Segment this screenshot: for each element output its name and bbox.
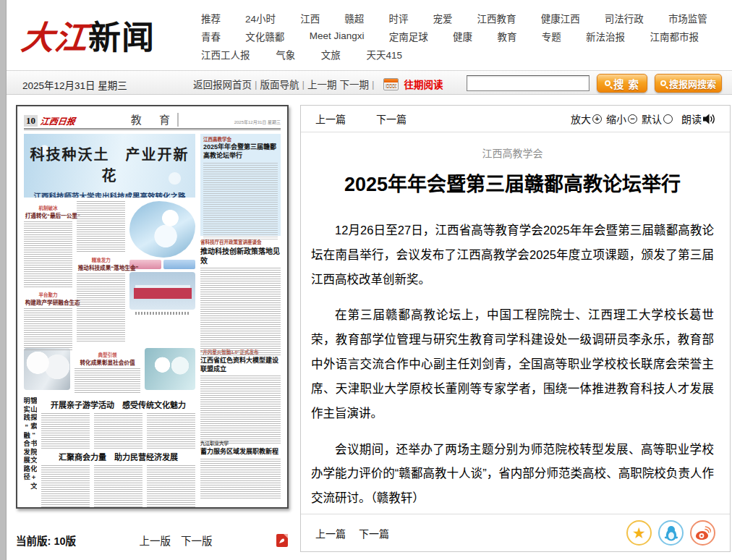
nav-item-wenhua-ganpo[interactable]: 文化赣鄱 (245, 29, 284, 43)
read-aloud-label: 朗读 (681, 111, 702, 126)
paper-date: 2025年12月31日 星期三 (234, 119, 281, 127)
paper-section-title: 教 育 (131, 114, 177, 126)
nav-item-chongai[interactable]: 宠爱 (433, 11, 453, 25)
zoom-in-button[interactable]: 放大 + (571, 111, 602, 126)
nav-item-qingchun[interactable]: 青春 (201, 29, 221, 43)
paper-lead-title: 科技种沃土 产业开新花 (24, 134, 195, 185)
site-search-button[interactable]: 搜报网搜索 (655, 74, 722, 93)
paper-date-text: 2025年12月31日 星期三 (234, 120, 281, 124)
nav-item-dingnan-football[interactable]: 定南足球 (389, 29, 428, 43)
nav-item-wenlv[interactable]: 文旅 (321, 47, 341, 61)
prev-article-link-bottom[interactable]: 上一篇 (315, 526, 346, 540)
back-home-link[interactable]: 返回报网首页 (193, 77, 252, 91)
sidebar-article[interactable]: 省科技厅召开政策宣讲座谈会 推动科技创新政策落地见效 (200, 239, 281, 346)
nav-item-24hours[interactable]: 24小时 (245, 11, 276, 25)
separator: | (372, 79, 375, 90)
weibo-share-icon[interactable] (690, 520, 715, 546)
site-logo[interactable]: 大江新闻 (22, 12, 155, 59)
search-input[interactable] (467, 75, 590, 91)
next-article-link-bottom[interactable]: 下一篇 (359, 526, 389, 540)
faux-text-block (200, 268, 281, 356)
next-page-link[interactable]: 下一版 (181, 533, 213, 548)
nav-item-market[interactable]: 市场监管 (668, 11, 707, 25)
archive-link[interactable]: 往期阅读 (404, 77, 443, 91)
nav-item-meet-jiangxi[interactable]: Meet Jiangxi (310, 30, 365, 41)
qzone-share-icon[interactable]: ★ (626, 520, 652, 546)
paper-lead-article[interactable]: 科技种沃土 产业开新花 江西科技师范大学走出科技成果高效转化之路 (24, 134, 195, 198)
nav-item-health[interactable]: 健康 (453, 29, 472, 43)
paper-subhead-2: 精准发力 推动科技成果“落地生金” (77, 256, 125, 271)
paper-header: 10 江西日报 教 育 2025年12月31日 星期三 (24, 112, 281, 130)
faux-text-block (94, 413, 142, 449)
nav-item-jiangxi[interactable]: 江西 (300, 11, 320, 25)
article-title: 2025年年会暨第三届赣鄱高教论坛举行 (311, 169, 714, 197)
sidebar-article-title: 蓄力服务区域发展职教新程 (200, 448, 281, 457)
top-navigation: 推荐 24小时 江西 赣超 时评 宠爱 江西教育 健康江西 司法行政 市场监管 … (201, 9, 707, 63)
next-issue-link[interactable]: 下一期 (340, 77, 370, 91)
nav-item-ganchao[interactable]: 赣超 (344, 11, 364, 25)
faux-text-block (200, 459, 281, 499)
pdf-icon-svg (276, 533, 289, 548)
lab-researcher-photo (129, 201, 195, 258)
page-pager: 当前版: 10版 上一版 下一版 (16, 533, 289, 548)
product-photos (129, 260, 195, 269)
separator: | (255, 79, 258, 90)
nav-item-shiping[interactable]: 时评 (388, 11, 408, 25)
zoom-in-label: 放大 (571, 111, 591, 126)
article-kicker: 江西高教学会 (311, 145, 714, 160)
search-button[interactable]: 搜 索 (597, 74, 647, 93)
prev-article-link-top[interactable]: 上一篇 (315, 111, 346, 126)
page-nav-link[interactable]: 版面导航 (260, 77, 299, 91)
subhead-title: 转化成果彰显社会价值 (76, 358, 138, 365)
share-icons: ★ (626, 520, 715, 546)
subhead-title: 打通转化“最后一公里” (25, 211, 72, 219)
paper-main-column: 科技种沃土 产业开新花 江西科技师范大学走出科技成果高效转化之路 机制破冰 打通… (24, 134, 195, 494)
paper-subhead-3: 平台聚力 构建政产学研融合生态 (24, 291, 72, 306)
bottom-article-headline-2: 汇聚商会力量 助力民营经济发展 (41, 451, 195, 462)
zoom-out-button[interactable]: 缩小 − (606, 111, 637, 126)
paper-text-column: 机制破冰 打通转化“最后一公里” 平台聚力 构建政产学研融合生态 (24, 201, 72, 344)
nav-item-weather[interactable]: 气象 (276, 47, 295, 61)
sidebar-article[interactable]: “井冈星火智脑1.0”正式发布 江西省红色资料大模型建设联盟成立 (200, 349, 281, 437)
prev-issue-link[interactable]: 上一期 (307, 77, 337, 91)
prev-page-link[interactable]: 上一版 (140, 533, 171, 548)
nav-item-jiangnan[interactable]: 江南都市报 (650, 29, 699, 43)
nav-row-1: 推荐 24小时 江西 赣超 时评 宠爱 江西教育 健康江西 司法行政 市场监管 (201, 9, 707, 27)
zoom-default-button[interactable]: 默认 (642, 111, 673, 126)
faux-text-block (75, 368, 140, 393)
nav-item-tuijian[interactable]: 推荐 (201, 11, 221, 25)
read-aloud-button[interactable]: 朗读 (681, 111, 715, 126)
nav-item-tiantian415[interactable]: 天天415 (366, 47, 402, 61)
nav-item-education[interactable]: 教育 (497, 29, 516, 43)
paper-section-tag (177, 113, 179, 127)
sidebar-article-title: 推动科技创新政策落地见效 (200, 247, 281, 266)
pdf-download-icon[interactable] (276, 533, 289, 548)
article-content: 江西高教学会 2025年年会暨第三届赣鄱高教论坛举行 12月26日至27日，江西… (301, 132, 730, 514)
next-article-link-top[interactable]: 下一篇 (376, 111, 407, 126)
penguin-icon (664, 525, 678, 541)
separator: | (302, 79, 305, 90)
nav-item-sifa[interactable]: 司法行政 (605, 11, 644, 25)
sidebar-article-title: 江西省红色资料大模型建设联盟成立 (200, 357, 281, 373)
faux-text-block (94, 465, 142, 507)
sidebar-article-current[interactable]: 江西高教学会 2025年年会暨第三届赣鄱高教论坛举行 (200, 134, 281, 236)
faux-text-block (24, 221, 72, 288)
paper-masthead: 江西日报 (40, 114, 76, 127)
subhead-kicker: 精准发力 (77, 256, 125, 263)
qq-share-icon[interactable] (658, 520, 684, 546)
nav-item-jiangxi-edu[interactable]: 江西教育 (477, 11, 516, 25)
nav-item-workers-daily[interactable]: 江西工人报 (201, 47, 250, 61)
red-banner (134, 288, 192, 300)
sidebar-article[interactable]: 九江职业大学 蓄力服务区域发展职教新程 (200, 441, 281, 494)
newspaper-page-thumbnail[interactable]: 10 江西日报 教 育 2025年12月31日 星期三 科技种沃土 产业开新花 … (16, 105, 289, 509)
paper-sidebar: 江西高教学会 2025年年会暨第三届赣鄱高教论坛举行 省科技厅召开政策宣讲座谈会… (200, 134, 281, 494)
speaker-icon (703, 114, 715, 124)
nav-item-xinfazhi[interactable]: 新法治报 (586, 29, 625, 43)
search-icon (660, 80, 666, 86)
nav-item-health-jiangxi[interactable]: 健康江西 (541, 11, 580, 25)
paper-photo-column (129, 201, 195, 344)
paper-bottom-strip: 锦山探索“书院文化+文明实践”融合发展路径 开展亲子游学活动 感受传统文化魅力 … (24, 397, 195, 494)
faux-columns (41, 413, 195, 449)
nav-item-zhuanti[interactable]: 专题 (542, 29, 561, 43)
doctors-photo (24, 348, 70, 390)
